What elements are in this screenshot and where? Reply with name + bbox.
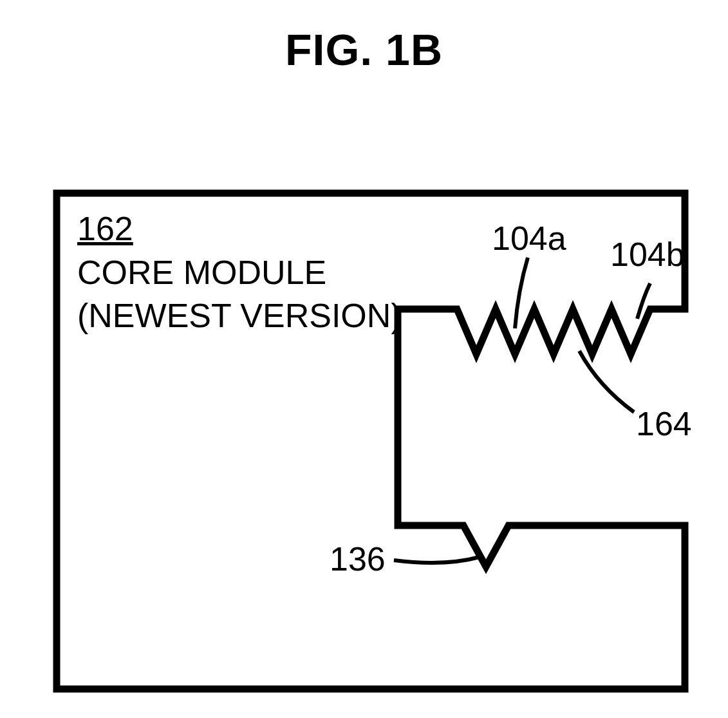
- leader-164: [579, 351, 634, 412]
- module-name-line1: CORE MODULE: [77, 253, 326, 292]
- ref-164: 164: [636, 404, 692, 443]
- ref-104a: 104a: [492, 219, 566, 258]
- diagram-svg: [0, 0, 728, 718]
- module-name-line2: (NEWEST VERSION): [77, 296, 402, 335]
- leader-104a: [515, 258, 528, 328]
- ref-104b: 104b: [610, 235, 685, 274]
- ref-136: 136: [330, 540, 386, 578]
- leader-136: [394, 557, 480, 563]
- ref-162: 162: [77, 209, 133, 248]
